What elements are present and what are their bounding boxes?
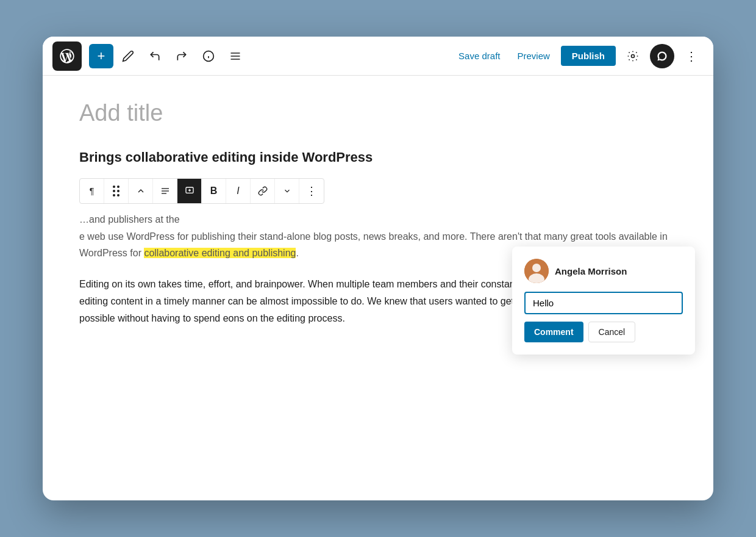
settings-button[interactable] xyxy=(621,44,645,68)
preview-button[interactable]: Preview xyxy=(511,47,555,65)
more-options-button[interactable]: ⋮ xyxy=(679,44,704,68)
add-comment-toolbar-button[interactable] xyxy=(177,179,202,203)
block-toolbar: ¶ xyxy=(79,178,324,204)
comment-icon-button[interactable] xyxy=(650,44,674,68)
italic-button[interactable]: I xyxy=(226,179,251,203)
link-button[interactable] xyxy=(251,179,275,203)
drag-handle-button[interactable] xyxy=(104,179,129,203)
commenter-name: Angela Morrison xyxy=(555,266,627,276)
comment-input-field[interactable] xyxy=(524,292,683,314)
svg-point-14 xyxy=(532,264,541,272)
undo-button[interactable] xyxy=(143,44,167,68)
submit-comment-button[interactable]: Comment xyxy=(524,322,583,342)
comment-popup: Angela Morrison Comment Cancel xyxy=(512,247,695,355)
edit-button[interactable] xyxy=(116,44,140,68)
editor-main: Add title Brings collaborative editing i… xyxy=(43,76,713,500)
save-draft-button[interactable]: Save draft xyxy=(452,47,506,65)
cancel-comment-button[interactable]: Cancel xyxy=(588,322,636,342)
redo-button[interactable] xyxy=(169,44,194,68)
comment-actions: Comment Cancel xyxy=(524,322,683,342)
move-arrows-button[interactable] xyxy=(129,179,153,203)
drag-grid-icon xyxy=(113,186,119,196)
paragraph-icon-button[interactable]: ¶ xyxy=(80,179,104,203)
align-button[interactable] xyxy=(153,179,177,203)
list-view-button[interactable] xyxy=(223,44,248,68)
post-title-field[interactable]: Add title xyxy=(79,100,677,126)
bold-button[interactable]: B xyxy=(202,179,226,203)
add-block-button[interactable]: + xyxy=(89,44,113,68)
post-heading: Brings collaborative editing inside Word… xyxy=(79,146,677,168)
toolbar-right: Save draft Preview Publish ⋮ xyxy=(452,44,704,68)
svg-point-6 xyxy=(632,54,635,57)
block-more-options-button[interactable]: ⋮ xyxy=(299,179,324,203)
avatar xyxy=(524,259,549,283)
comment-user-header: Angela Morrison xyxy=(524,259,683,283)
publish-button[interactable]: Publish xyxy=(561,46,616,66)
more-formats-button[interactable] xyxy=(275,179,299,203)
info-button[interactable] xyxy=(196,44,221,68)
highlighted-text: collaborative editing and publishing xyxy=(144,248,296,258)
editor-toolbar: + xyxy=(43,37,713,76)
app-window: + xyxy=(43,37,713,500)
wordpress-logo xyxy=(52,41,82,71)
